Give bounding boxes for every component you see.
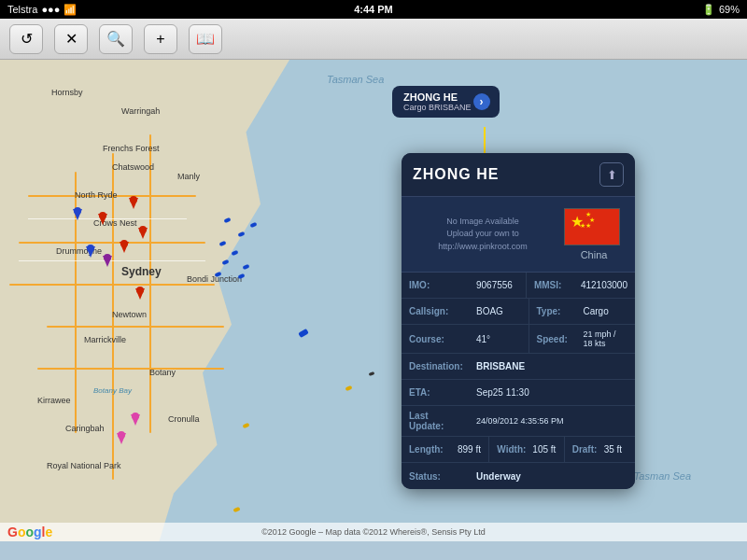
vessel-pin[interactable]: [73, 209, 82, 220]
suburb-label: Warringah: [121, 106, 160, 116]
ship-marker-yellow[interactable]: [233, 507, 241, 512]
map-area[interactable]: Tasman Sea Tasman Sea Hornsby Warringah …: [0, 60, 747, 541]
type-value: Cargo: [576, 299, 636, 324]
suburb-label: Kirrawee: [37, 396, 71, 405]
speed-label: Speed:: [529, 325, 576, 353]
destination-row: Destination: BRISBANE: [402, 354, 635, 380]
course-value: 41°: [469, 325, 529, 353]
vessel-pin[interactable]: [103, 256, 112, 267]
vessel-pin[interactable]: [86, 246, 95, 258]
china-flag: ★ ★ ★ ★ ★: [564, 208, 620, 245]
imo-label: IMO:: [402, 273, 469, 298]
clock: 4:44 PM: [354, 4, 393, 15]
map-attribution: Google ©2012 Google – Map data ©2012 Whe…: [0, 523, 747, 541]
eta-row: ETA: Sep25 11:30: [402, 380, 635, 406]
sydney-land: [0, 60, 289, 541]
dimensions-row: Length: 899 ft Width: 105 ft Draft: 35 f…: [402, 437, 635, 463]
status-bar: Telstra ●●● 📶 4:44 PM 🔋 69%: [0, 0, 747, 19]
imo-row: IMO: 9067556 MMSI: 412103000: [402, 273, 635, 299]
vessel-pin[interactable]: [129, 198, 138, 209]
vessel-pin[interactable]: [138, 228, 148, 239]
battery-icon: 🔋: [702, 4, 715, 16]
imo-value: 9067556: [469, 273, 526, 298]
battery-percent: 69%: [719, 4, 740, 15]
suburb-label: Cronulla: [168, 414, 200, 424]
suburb-label: Royal National Park: [47, 461, 121, 470]
ship-marker-yellow[interactable]: [243, 423, 250, 428]
eta-label: ETA:: [402, 380, 469, 405]
course-row: Course: 41° Speed: 21 mph / 18 kts: [402, 325, 635, 354]
ship-marker[interactable]: [222, 259, 230, 265]
vessel-pin[interactable]: [135, 288, 145, 300]
suburb-label: Caringbah: [65, 424, 105, 433]
mmsi-label: MMSI:: [527, 273, 573, 298]
vessel-pin[interactable]: [131, 414, 140, 426]
status-label: Status:: [402, 463, 469, 489]
draft-value: 35 ft: [597, 437, 635, 462]
city-label: Sydney: [121, 265, 162, 278]
bookmarks-button[interactable]: 📖: [189, 24, 222, 54]
suburb-label: Marrickville: [84, 335, 126, 344]
close-button[interactable]: ✕: [54, 24, 88, 54]
suburb-label: Chatswood: [112, 162, 154, 172]
ship-marker[interactable]: [243, 264, 250, 270]
vessel-pin[interactable]: [117, 433, 126, 444]
share-button[interactable]: ⬆: [599, 162, 624, 187]
course-label: Course:: [402, 325, 469, 353]
length-label: Length:: [402, 437, 450, 462]
refresh-button[interactable]: ↺: [9, 24, 43, 54]
suburb-label: Frenchs Forest: [103, 144, 160, 153]
vessel-pin[interactable]: [98, 214, 107, 225]
map-callout[interactable]: ZHONG HE Cargo BRISBANE ›: [392, 86, 500, 118]
tasman-sea-label-bottom: Tasman Sea: [634, 470, 691, 482]
road: [37, 368, 224, 370]
no-image-box: No Image AvailableUpload your own tohttp…: [413, 216, 553, 254]
panel-title: ZHONG HE: [413, 166, 499, 183]
mmsi-value: 412103000: [573, 273, 635, 298]
suburb-label: Newtown: [112, 310, 147, 319]
lastupdate-value: 24/09/2012 4:35:56 PM: [469, 406, 635, 436]
length-value: 899 ft: [450, 437, 488, 462]
ship-zhong-he[interactable]: [298, 329, 309, 338]
wifi-icon: 📶: [63, 4, 77, 16]
flag-country-label: China: [564, 249, 624, 260]
speed-value: 21 mph / 18 kts: [576, 325, 636, 353]
callsign-label: Callsign:: [402, 299, 469, 324]
callout-arrow[interactable]: ›: [473, 93, 490, 110]
add-button[interactable]: +: [144, 24, 177, 54]
suburb-label: North Ryde: [75, 190, 118, 200]
panel-header: ZHONG HE ⬆: [402, 153, 635, 197]
suburb-label: Botany: [149, 368, 176, 377]
callout-subtitle: Cargo BRISBANE: [403, 103, 472, 112]
vessel-pin[interactable]: [120, 242, 129, 253]
lastupdate-label: Last Update:: [402, 406, 469, 436]
panel-image-row: No Image AvailableUpload your own tohttp…: [402, 197, 635, 273]
ship-marker-dark[interactable]: [369, 371, 375, 376]
ship-marker[interactable]: [238, 231, 246, 237]
width-value: 105 ft: [525, 437, 563, 462]
attribution-text: ©2012 Google – Map data ©2012 Whereis®, …: [261, 527, 486, 537]
water-label: Botany Bay: [93, 386, 132, 395]
callout-title: ZHONG HE: [403, 91, 472, 103]
road: [149, 134, 151, 433]
ship-marker[interactable]: [232, 250, 239, 256]
callout-connector: [484, 127, 486, 155]
flag-box: ★ ★ ★ ★ ★ China: [564, 208, 624, 260]
road-thin: [19, 260, 205, 261]
toolbar: ↺ ✕ 🔍 + 📖: [0, 19, 747, 60]
ship-marker[interactable]: [250, 222, 258, 228]
google-logo: Google: [7, 525, 52, 539]
suburb-label: Manly: [177, 172, 200, 181]
eta-value: Sep25 11:30: [469, 380, 635, 405]
ship-marker-yellow[interactable]: [345, 385, 353, 391]
callsign-row: Callsign: BOAG Type: Cargo: [402, 299, 635, 325]
signal-icon: ●●●: [41, 4, 60, 15]
search-button[interactable]: 🔍: [99, 24, 133, 54]
status-row: Status: Underway: [402, 463, 635, 489]
dest-value: BRISBANE: [469, 354, 635, 379]
no-image-text: No Image AvailableUpload your own tohttp…: [438, 217, 528, 251]
road: [47, 326, 224, 328]
callsign-value: BOAG: [469, 299, 529, 324]
detail-panel: ZHONG HE ⬆ No Image AvailableUpload your…: [402, 153, 635, 489]
lastupdate-row: Last Update: 24/09/2012 4:35:56 PM: [402, 406, 635, 437]
